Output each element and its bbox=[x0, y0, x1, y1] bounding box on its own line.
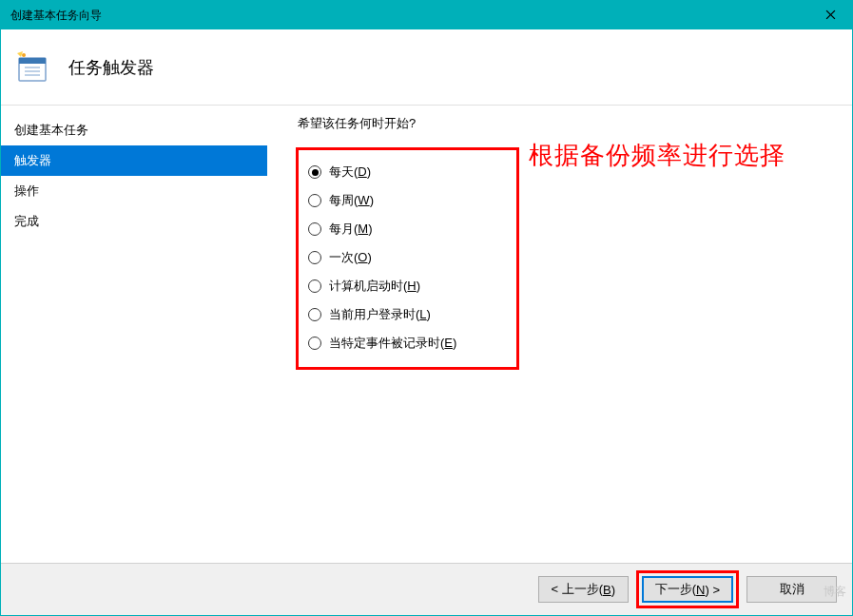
radio-icon bbox=[308, 222, 321, 236]
trigger-options-group: 每天(D) 每周(W) 每月(M) 一次(O) 计算机启动时(H) bbox=[296, 147, 519, 370]
wizard-steps-sidebar: 创建基本任务 触发器 操作 完成 bbox=[1, 106, 267, 563]
option-label: 每月(M) bbox=[329, 221, 373, 238]
trigger-question: 希望该任务何时开始? bbox=[296, 115, 852, 132]
step-action[interactable]: 操作 bbox=[1, 176, 267, 206]
option-label: 计算机启动时(H) bbox=[329, 278, 420, 295]
option-daily[interactable]: 每天(D) bbox=[308, 158, 507, 186]
close-icon bbox=[825, 7, 836, 24]
annotation-text: 根据备份频率进行选择 bbox=[529, 139, 785, 172]
wizard-header: 任务触发器 bbox=[1, 29, 852, 106]
option-at-logon[interactable]: 当前用户登录时(L) bbox=[308, 300, 507, 329]
option-on-event[interactable]: 当特定事件被记录时(E) bbox=[308, 329, 507, 357]
radio-icon bbox=[308, 279, 321, 293]
radio-icon bbox=[308, 337, 321, 350]
option-label: 当特定事件被记录时(E) bbox=[329, 335, 456, 352]
close-button[interactable] bbox=[808, 1, 852, 29]
cancel-button[interactable]: 取消 bbox=[746, 576, 837, 603]
step-finish[interactable]: 完成 bbox=[1, 206, 267, 237]
option-at-startup[interactable]: 计算机启动时(H) bbox=[308, 272, 507, 300]
radio-icon bbox=[308, 308, 321, 321]
next-button-highlight: 下一步(N) > bbox=[636, 570, 739, 608]
wizard-body: 创建基本任务 触发器 操作 完成 希望该任务何时开始? 每天(D) 每周(W) … bbox=[1, 106, 852, 563]
radio-icon bbox=[308, 251, 321, 264]
option-label: 一次(O) bbox=[329, 249, 372, 266]
option-monthly[interactable]: 每月(M) bbox=[308, 215, 507, 243]
titlebar: 创建基本任务向导 bbox=[1, 1, 852, 29]
option-label: 当前用户登录时(L) bbox=[329, 306, 431, 323]
wizard-footer: < 上一步(B) 下一步(N) > 取消 bbox=[1, 563, 852, 615]
back-button[interactable]: < 上一步(B) bbox=[538, 576, 629, 603]
radio-icon bbox=[308, 194, 321, 207]
svg-rect-3 bbox=[19, 58, 46, 64]
wizard-window: 创建基本任务向导 任务触发器 创建基本任务 触发器 操作 完成 bbox=[0, 0, 853, 616]
svg-marker-8 bbox=[17, 51, 23, 57]
option-label: 每天(D) bbox=[329, 164, 371, 181]
option-weekly[interactable]: 每周(W) bbox=[308, 186, 507, 215]
wizard-content: 希望该任务何时开始? 每天(D) 每周(W) 每月(M) 一次(O) bbox=[267, 106, 852, 563]
task-scheduler-icon bbox=[15, 50, 49, 85]
option-label: 每周(W) bbox=[329, 192, 374, 209]
option-once[interactable]: 一次(O) bbox=[308, 243, 507, 272]
radio-icon bbox=[308, 165, 321, 179]
window-title: 创建基本任务向导 bbox=[10, 8, 808, 24]
step-trigger[interactable]: 触发器 bbox=[1, 145, 267, 176]
svg-point-4 bbox=[22, 53, 26, 57]
step-create-basic-task[interactable]: 创建基本任务 bbox=[1, 115, 267, 145]
page-title: 任务触发器 bbox=[68, 56, 154, 79]
next-button[interactable]: 下一步(N) > bbox=[642, 576, 733, 603]
